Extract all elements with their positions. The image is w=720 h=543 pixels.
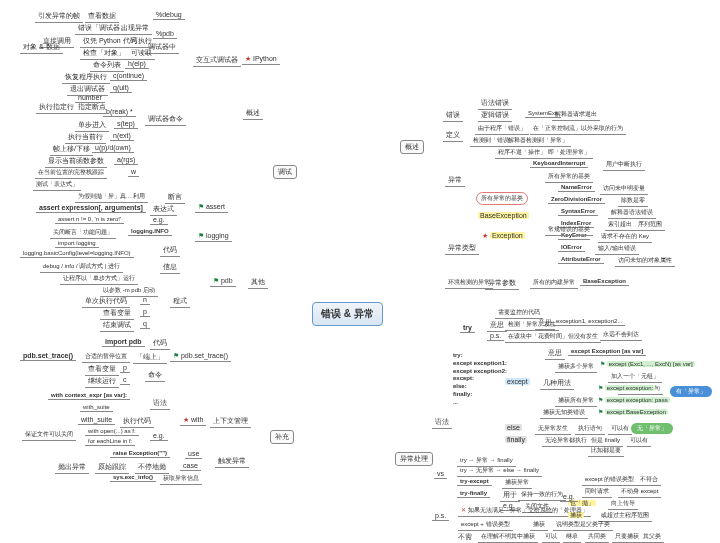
n[interactable]: try-finally	[457, 490, 490, 498]
n[interactable]: 无异常发生	[535, 424, 571, 435]
n[interactable]: 不需	[455, 532, 475, 543]
n[interactable]: h(elp)	[125, 60, 149, 69]
node-ps[interactable]: p.s.	[432, 512, 449, 521]
n[interactable]: 可读取	[128, 48, 155, 60]
n[interactable]: 逻辑错误	[478, 110, 512, 122]
n[interactable]: e.g.	[150, 432, 168, 441]
n[interactable]: 语法错误	[478, 98, 512, 110]
n[interactable]: q(uit)	[110, 84, 132, 93]
node-ipy[interactable]: 交互式调试器	[193, 55, 241, 67]
n[interactable]: 无论异常都执行	[542, 436, 590, 447]
n[interactable]: except 的错误类型	[582, 475, 637, 486]
n[interactable]: 加入一个「元组」	[608, 372, 662, 383]
n[interactable]: u(p)/d(own)	[92, 144, 134, 153]
n[interactable]: 调试器命令	[145, 114, 186, 126]
n[interactable]: debug / info / 调试方式 | 进行	[40, 262, 123, 273]
n[interactable]: 继续运行	[85, 376, 119, 388]
n[interactable]: 解释器语法错误	[608, 208, 656, 219]
n[interactable]: KeyboardInterrupt	[530, 160, 588, 168]
n[interactable]: use	[185, 450, 202, 459]
n[interactable]: SystemExit	[525, 110, 561, 118]
n[interactable]: logging.basicConfig(level=logging.INFO)	[20, 250, 134, 258]
n[interactable]: 执行代码	[120, 416, 154, 428]
n[interactable]: 访问未申明变量	[600, 184, 648, 195]
n[interactable]: 访问未知的对象属性	[615, 256, 675, 267]
n[interactable]: 保证文件可以关闭	[22, 430, 76, 441]
n[interactable]: 程式	[170, 296, 190, 308]
node-ipython[interactable]: ★ IPython	[242, 55, 280, 65]
n[interactable]: c(ontinue)	[110, 72, 147, 81]
node-else[interactable]: else	[505, 424, 522, 431]
n[interactable]: NameError	[558, 184, 595, 192]
n[interactable]: 输入/输出错误	[595, 244, 639, 255]
n[interactable]: 代码	[160, 245, 180, 257]
n[interactable]: p.s.	[487, 332, 504, 341]
badge-no-exception[interactable]: 无「异常」	[631, 423, 673, 434]
node-pst[interactable]: ⚑ pdb.set_trace()	[170, 352, 231, 362]
n[interactable]: c	[120, 376, 130, 385]
n[interactable]: 命令	[145, 370, 165, 382]
n[interactable]: with open(...) as f:	[85, 428, 139, 436]
n[interactable]: 即「处理异常」	[545, 148, 593, 159]
n[interactable]: p	[140, 308, 150, 317]
n[interactable]: 捕获	[530, 520, 548, 531]
n[interactable]: 引发异常的帧	[35, 11, 83, 23]
n[interactable]: 可执行	[128, 36, 155, 48]
n[interactable]: 检测到「错误」	[470, 136, 518, 147]
n[interactable]: BaseException	[580, 278, 629, 286]
n[interactable]: 语法	[432, 417, 452, 429]
n[interactable]: ⚑ except exception:	[598, 384, 655, 391]
n[interactable]: 继承	[563, 532, 581, 543]
n[interactable]: ⚑ except exception: pass	[598, 396, 670, 403]
n[interactable]: 不符合	[637, 475, 661, 486]
n[interactable]: 在理解不明其中捕获	[478, 532, 538, 543]
node-exc-handling[interactable]: 异常处理	[395, 452, 433, 466]
n[interactable]: 意思	[545, 348, 565, 360]
n[interactable]: 原始跟踪	[95, 462, 129, 474]
n[interactable]: 其父类	[640, 532, 664, 543]
node-trig[interactable]: 触发异常	[215, 456, 249, 468]
n[interactable]: a(rgs)	[114, 156, 138, 165]
n[interactable]: 出现异常	[118, 23, 152, 35]
n[interactable]: with_suite	[78, 416, 115, 425]
n[interactable]: 捕获多个异常	[555, 362, 597, 373]
n[interactable]: e.g.	[560, 493, 578, 502]
n[interactable]: 合适的暂停位置	[82, 352, 130, 363]
n[interactable]: pdb.set_trace()	[20, 352, 76, 361]
n[interactable]: 除数是零	[618, 196, 648, 207]
n[interactable]: sys.exc_info()	[110, 474, 156, 482]
n[interactable]: 「端上」	[133, 352, 167, 364]
n[interactable]: with_suite	[80, 404, 113, 412]
node-assert[interactable]: ⚑ assert	[195, 203, 228, 213]
n[interactable]: case	[180, 462, 201, 471]
node-vs[interactable]: vs	[434, 470, 447, 479]
n[interactable]: 在「正常控制流」以外采取的行为	[530, 124, 626, 135]
n[interactable]: 可以有	[608, 424, 632, 435]
node-except[interactable]: except	[505, 378, 530, 385]
n[interactable]: 执行指定行	[36, 102, 77, 114]
n[interactable]: 命令列表	[90, 60, 124, 72]
n[interactable]: 定义	[443, 130, 463, 142]
cloud-note[interactable]: 所有异常的基类	[476, 192, 528, 205]
n[interactable]: 执行当前行	[65, 132, 106, 144]
n[interactable]: 说明类型是父类子类	[553, 520, 613, 531]
n[interactable]: try → 无异常 → else → finally	[457, 466, 542, 477]
n[interactable]: 为假则抛「异」真....利用	[75, 192, 148, 203]
n[interactable]: n(ext)	[110, 132, 134, 141]
n[interactable]: raise Exception("")	[110, 450, 170, 458]
node-debug[interactable]: 调试	[273, 165, 297, 179]
node-try[interactable]: try	[460, 324, 475, 333]
node-finally[interactable]: finally	[505, 436, 527, 443]
n[interactable]: 所有的内建异常	[530, 278, 578, 289]
n[interactable]: import pdb	[102, 338, 145, 347]
n[interactable]: 指定断点	[75, 102, 109, 114]
node-pdb[interactable]: ⚑ pdb	[210, 277, 236, 287]
n[interactable]: 共同类	[585, 532, 609, 543]
n[interactable]: q	[140, 320, 150, 329]
n[interactable]: 结束调试	[100, 320, 134, 332]
node-debug-summary[interactable]: 概述	[243, 108, 263, 120]
n[interactable]: 语法	[150, 398, 170, 410]
n[interactable]: 常规错误的基类	[545, 225, 593, 236]
n[interactable]: 对象 & 数据	[20, 42, 63, 54]
n[interactable]: ★ Exception	[482, 232, 525, 240]
